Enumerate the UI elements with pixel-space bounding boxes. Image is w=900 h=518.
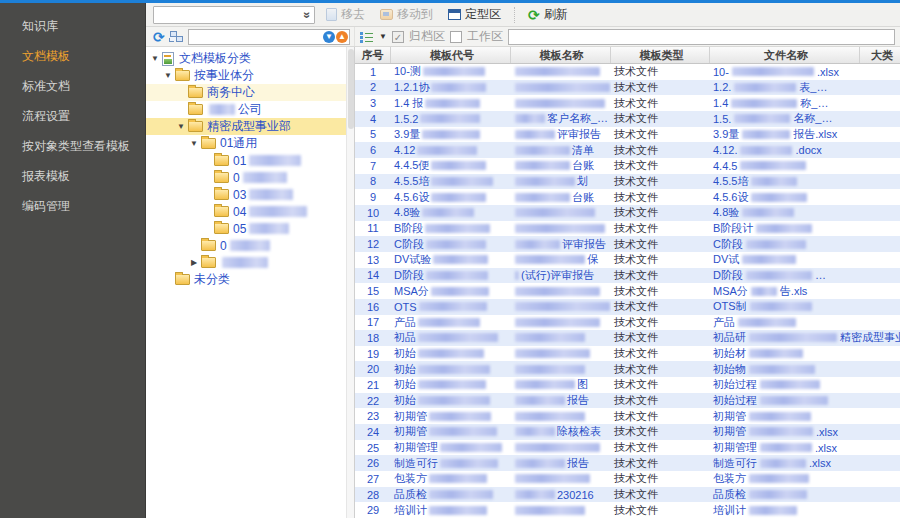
column-header-6[interactable]: 大类 <box>860 47 900 63</box>
sidebar-item-7[interactable]: 编码管理 <box>0 191 145 221</box>
file-link[interactable]: MSA分告.xls <box>713 284 807 299</box>
tree-node[interactable]: 未分类 <box>146 271 346 288</box>
file-link[interactable]: 1.2.表_… <box>713 80 827 95</box>
tree-structure-icon[interactable] <box>170 30 183 43</box>
tree-node[interactable]: 03 <box>146 186 346 203</box>
column-header-3[interactable]: 模板名称 <box>511 47 611 63</box>
table-row[interactable]: 18初品技术文件初品研精密成型事业部 <box>355 330 900 346</box>
collapse-icon[interactable]: ▼ <box>149 54 161 63</box>
file-link[interactable]: 初期管.xlsx <box>713 424 838 439</box>
file-link[interactable]: 4.5.5培 <box>713 174 799 189</box>
tree-node[interactable]: 05 <box>146 220 346 237</box>
expand-icon[interactable]: ▶ <box>188 258 200 267</box>
tree-node[interactable]: ▼精密成型事业部 <box>146 118 346 135</box>
file-link[interactable]: B阶段计 <box>713 221 814 236</box>
archive-area-checkbox[interactable]: ✓ <box>392 31 404 43</box>
table-row[interactable]: 24初期管除核检表技术文件初期管.xlsx <box>355 424 900 440</box>
tree-refresh-icon[interactable]: ⟳ <box>153 31 165 43</box>
table-row[interactable]: 25初期管理技术文件初期管理.xlsx <box>355 440 900 456</box>
file-link[interactable]: 品质检 <box>713 487 809 502</box>
table-row[interactable]: 12C阶段评审报告技术文件C阶段 <box>355 236 900 252</box>
table-row[interactable]: 53.9量评审报告技术文件3.9量报告.xlsx <box>355 127 900 143</box>
table-row[interactable]: 14D阶段(试行)评审报告技术文件D阶段… <box>355 268 900 284</box>
table-row[interactable]: 28品质检230216技术文件品质检 <box>355 487 900 503</box>
table-row[interactable]: 41.5.2客户名称_…技术文件1.5.名称_… <box>355 111 900 127</box>
file-link[interactable]: 包装方 <box>713 471 811 486</box>
tree-search-input[interactable]: ▼ ▲ <box>188 29 350 45</box>
workspace-checkbox[interactable] <box>450 31 462 43</box>
table-row[interactable]: 13DV试验保技术文件DV试 <box>355 252 900 268</box>
table-row[interactable]: 29培训计技术文件培训计 <box>355 502 900 518</box>
file-link[interactable]: D阶段… <box>713 268 826 283</box>
file-link[interactable]: 初期管 <box>713 409 813 424</box>
file-link[interactable]: DV试 <box>713 252 798 267</box>
tree-node[interactable]: 04 <box>146 203 346 220</box>
table-row[interactable]: 23初期管技术文件初期管 <box>355 408 900 424</box>
tree-node[interactable]: 0 <box>146 169 346 186</box>
file-link[interactable]: 1.4称_… <box>713 96 828 111</box>
table-row[interactable]: 21初始图技术文件初始过程 <box>355 377 900 393</box>
tree-node[interactable]: 01 <box>146 152 346 169</box>
file-link[interactable]: 3.9量报告.xlsx <box>713 127 837 142</box>
table-row[interactable]: 16OTS技术文件OTS制 <box>355 299 900 315</box>
move-to-button[interactable]: 移动到 <box>376 4 437 25</box>
file-link[interactable]: 初始材 <box>713 346 805 361</box>
column-header-2[interactable]: 模板代号 <box>391 47 511 63</box>
tree-node[interactable]: 公司 <box>146 101 346 118</box>
file-link[interactable]: 初始过程 <box>713 377 822 392</box>
table-row[interactable]: 27包装方技术文件包装方 <box>355 471 900 487</box>
sidebar-item-3[interactable]: 标准文档 <box>0 71 145 101</box>
file-link[interactable]: 初期管理.xlsx <box>713 440 837 455</box>
table-row[interactable]: 15MSA分技术文件MSA分告.xls <box>355 283 900 299</box>
collapse-icon[interactable]: ▼ <box>175 122 187 131</box>
table-row[interactable]: 20初始技术文件初始物 <box>355 361 900 377</box>
table-row[interactable]: 110-测技术文件10-.xlsx <box>355 64 900 80</box>
list-view-icon[interactable] <box>360 31 373 43</box>
file-link[interactable]: 4.4.5 <box>713 160 808 172</box>
table-search-input[interactable] <box>508 29 895 45</box>
table-row[interactable]: 74.4.5便台账技术文件4.4.5 <box>355 158 900 174</box>
tree-node[interactable]: 商务中心 <box>146 84 346 101</box>
chevron-down-icon[interactable]: » <box>302 11 314 18</box>
tree-node[interactable]: ▼01通用 <box>146 135 346 152</box>
sidebar-item-5[interactable]: 按对象类型查看模板 <box>0 131 145 161</box>
tree-node[interactable]: ▼文档模板分类 <box>146 50 346 67</box>
tree-scrollbar-thumb[interactable] <box>348 49 354 129</box>
tree-node[interactable]: ▼按事业体分 <box>146 67 346 84</box>
table-row[interactable]: 84.5.5培划技术文件4.5.5培 <box>355 174 900 190</box>
file-link[interactable]: 制造可行.xlsx <box>713 456 831 471</box>
tree-node[interactable]: 0 <box>146 237 346 254</box>
file-link[interactable]: 1.5.名称_… <box>713 111 832 126</box>
table-row[interactable]: 19初始技术文件初始材 <box>355 346 900 362</box>
sidebar-item-6[interactable]: 报表模板 <box>0 161 145 191</box>
fixed-area-button[interactable]: 定型区 <box>444 4 505 25</box>
search-up-button[interactable]: ▲ <box>336 31 348 43</box>
move-out-button[interactable]: 移去 <box>322 4 369 25</box>
table-row[interactable]: 22初始报告技术文件初始过程 <box>355 393 900 409</box>
table-row[interactable]: 31.4 报技术文件1.4称_… <box>355 95 900 111</box>
file-link[interactable]: 4.12..docx <box>713 144 822 156</box>
table-row[interactable]: 21.2.1协技术文件1.2.表_… <box>355 80 900 96</box>
tree-scrollbar[interactable] <box>346 47 354 518</box>
file-link[interactable]: 产品 <box>713 315 798 330</box>
search-down-button[interactable]: ▼ <box>323 31 335 43</box>
table-row[interactable]: 17产品技术文件产品 <box>355 315 900 331</box>
file-link[interactable]: 培训计 <box>713 503 799 518</box>
file-link[interactable]: 4.8验 <box>713 205 796 220</box>
collapse-icon[interactable]: ▼ <box>188 139 200 148</box>
file-link[interactable]: 初始过程 <box>713 393 830 408</box>
column-header-4[interactable]: 模板类型 <box>611 47 710 63</box>
file-link[interactable]: 4.5.6设 <box>713 190 809 205</box>
file-link[interactable]: 初始物 <box>713 362 817 377</box>
table-row[interactable]: 26制造可行报告技术文件制造可行.xlsx <box>355 455 900 471</box>
sidebar-item-2[interactable]: 文档模板 <box>0 41 145 71</box>
collapse-icon[interactable]: ▼ <box>162 71 174 80</box>
table-row[interactable]: 11B阶段技术文件B阶段计 <box>355 221 900 237</box>
table-row[interactable]: 94.5.6设台账技术文件4.5.6设 <box>355 189 900 205</box>
template-filter-combobox[interactable]: » <box>153 6 315 24</box>
tree-node[interactable]: ▶ <box>146 254 346 271</box>
list-view-caret-icon[interactable]: ▼ <box>379 32 387 41</box>
column-header-5[interactable]: 文件名称 <box>710 47 860 63</box>
column-header-1[interactable]: 序号 <box>355 47 391 63</box>
table-row[interactable]: 104.8验技术文件4.8验 <box>355 205 900 221</box>
